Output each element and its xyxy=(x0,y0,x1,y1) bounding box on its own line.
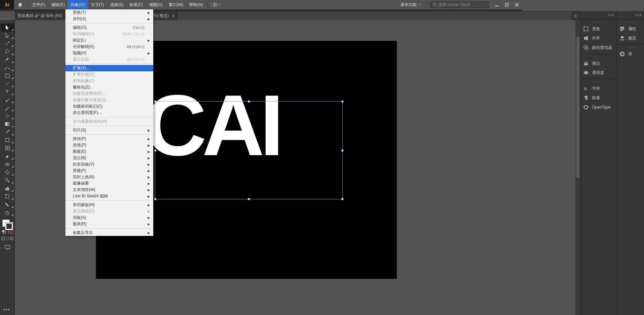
menu-item[interactable]: 文本绕排(W)▶ xyxy=(65,187,153,193)
slice-tool[interactable] xyxy=(1,200,14,208)
menu-item[interactable]: 栅格化(Z)... xyxy=(65,84,153,90)
svg-point-33 xyxy=(5,178,8,181)
menu-选择[interactable]: 选择(S) xyxy=(107,0,126,9)
paintbrush-tool[interactable] xyxy=(1,96,14,104)
search-input[interactable]: 搜索 Adobe Stock xyxy=(430,1,489,8)
arrange-documents[interactable] xyxy=(209,3,224,7)
menu-item: 扩展外观(E) xyxy=(65,71,153,78)
direct-selection-tool[interactable] xyxy=(1,32,14,40)
object-menu-dropdown: 变换(T)▶排列(A)▶编组(G)Ctrl+G取消编组(U)Shift+Ctrl… xyxy=(65,9,153,236)
menu-视图[interactable]: 视图(V) xyxy=(146,0,166,9)
chevron-down-icon xyxy=(218,4,221,6)
menu-item: 裁剪图像(C) xyxy=(65,78,153,84)
menu-item[interactable]: 图像描摹▶ xyxy=(65,180,153,187)
type-tool[interactable]: T xyxy=(1,88,14,96)
svg-rect-44 xyxy=(6,237,9,240)
default-fill-stroke[interactable] xyxy=(1,229,7,234)
menu-item[interactable]: 路径(P)▶ xyxy=(65,136,153,142)
svg-point-10 xyxy=(5,50,9,52)
column-graph-tool[interactable] xyxy=(1,184,14,192)
menu-item[interactable]: 封套扭曲(V)▶ xyxy=(65,161,153,168)
menu-文件[interactable]: 文件(F) xyxy=(29,0,48,9)
svg-rect-0 xyxy=(212,3,214,7)
svg-text:T: T xyxy=(6,89,9,94)
menu-文字[interactable]: 文字(T) xyxy=(88,0,107,9)
workspace-switcher[interactable]: 基本功能 xyxy=(397,2,425,8)
close-button[interactable] xyxy=(512,0,522,9)
free-transform-tool[interactable] xyxy=(1,136,14,144)
arrange-icon xyxy=(212,3,217,7)
selection-bounding-box[interactable] xyxy=(155,101,343,199)
menu-item[interactable]: Line 和 Sketch 图稿▶ xyxy=(65,193,153,199)
menu-item[interactable]: 图表(R)▶ xyxy=(65,221,153,227)
home-icon xyxy=(17,2,23,7)
lasso-tool[interactable] xyxy=(1,48,14,56)
menu-item[interactable]: 切片(S)▶ xyxy=(65,127,153,133)
menu-item[interactable]: 全部解锁(K)Alt+Ctrl+2 xyxy=(65,44,153,50)
menu-编辑[interactable]: 编辑(E) xyxy=(48,0,68,9)
restore-button[interactable] xyxy=(502,0,512,9)
menu-bar: 文件(F)编辑(E)对象(O)文字(T)选择(S)效果(C)视图(V)窗口(W)… xyxy=(29,0,206,9)
menu-item[interactable]: 混合(B)▶ xyxy=(65,155,153,161)
svg-line-34 xyxy=(8,181,9,182)
menu-对象[interactable]: 对象(O) xyxy=(68,0,88,9)
artboard-tool[interactable] xyxy=(1,192,14,200)
gradient-tool[interactable] xyxy=(1,120,14,128)
svg-point-18 xyxy=(5,138,6,139)
svg-line-14 xyxy=(6,82,9,85)
symbol-sprayer-tool[interactable] xyxy=(1,168,14,176)
menu-item[interactable]: 形状(P)▶ xyxy=(65,142,153,148)
menu-item[interactable]: 透视(P)▶ xyxy=(65,168,153,174)
svg-point-11 xyxy=(5,69,6,70)
menu-item[interactable]: 变换(T)▶ xyxy=(65,9,153,16)
menu-item[interactable]: 编组(G)Ctrl+G xyxy=(65,24,153,31)
menu-item[interactable]: 图案(E)▶ xyxy=(65,148,153,155)
menu-item[interactable]: 排列(A)▶ xyxy=(65,16,153,22)
draw-mode[interactable] xyxy=(1,236,14,241)
menu-item[interactable]: 拼合透明度(F)... xyxy=(65,110,153,116)
menu-帮助[interactable]: 帮助(H) xyxy=(186,0,206,9)
curvature-tool[interactable] xyxy=(1,64,14,72)
home-button[interactable] xyxy=(14,0,26,9)
svg-rect-43 xyxy=(2,237,4,240)
search-icon xyxy=(433,3,437,7)
svg-point-28 xyxy=(7,172,8,173)
menu-item[interactable]: 实时上色(N)▶ xyxy=(65,174,153,180)
svg-rect-6 xyxy=(505,4,508,6)
menu-item[interactable]: 创建裁切标记(C) xyxy=(65,103,153,110)
menu-item: 显示全部Alt+Ctrl+3 xyxy=(65,56,153,63)
rotate-tool[interactable] xyxy=(1,112,14,120)
rectangle-tool[interactable] xyxy=(1,72,14,80)
svg-point-20 xyxy=(5,141,6,142)
eyedropper-tool[interactable] xyxy=(1,128,14,136)
pencil-tool[interactable] xyxy=(1,104,14,112)
svg-point-45 xyxy=(10,237,13,240)
pen-tool[interactable] xyxy=(1,56,14,64)
fill-stroke-swatch[interactable] xyxy=(1,218,14,229)
menu-item[interactable]: 收集以导出▶ xyxy=(65,230,153,236)
eraser-tool[interactable] xyxy=(1,152,14,160)
selection-tool[interactable] xyxy=(1,23,14,32)
minimize-button[interactable] xyxy=(492,0,502,9)
menu-item[interactable]: 扩展(X)... xyxy=(65,65,153,71)
magic-wand-tool[interactable] xyxy=(1,40,14,48)
close-tab-icon[interactable]: × xyxy=(172,14,174,18)
menu-item[interactable]: 隐藏(H)▶ xyxy=(65,50,153,56)
svg-rect-17 xyxy=(6,138,9,142)
screen-mode[interactable] xyxy=(1,243,14,251)
hand-tool[interactable] xyxy=(1,208,14,216)
menu-item[interactable]: 画板(A)▶ xyxy=(65,214,153,221)
zoom-tool[interactable] xyxy=(1,176,14,184)
svg-rect-7 xyxy=(506,3,508,6)
line-tool[interactable] xyxy=(1,80,14,88)
svg-rect-13 xyxy=(5,74,9,77)
menu-窗口[interactable]: 窗口(W) xyxy=(166,0,186,9)
menu-item[interactable]: 锁定(L)▶ xyxy=(65,37,153,44)
no-stroke[interactable] xyxy=(7,229,14,234)
svg-rect-16 xyxy=(5,122,9,126)
mesh-tool[interactable] xyxy=(1,144,14,152)
shape-builder-tool[interactable] xyxy=(1,160,14,168)
menu-item[interactable]: 剪切蒙版(M)▶ xyxy=(65,202,153,208)
chevron-down-icon xyxy=(419,4,421,6)
menu-效果[interactable]: 效果(C) xyxy=(126,0,146,9)
